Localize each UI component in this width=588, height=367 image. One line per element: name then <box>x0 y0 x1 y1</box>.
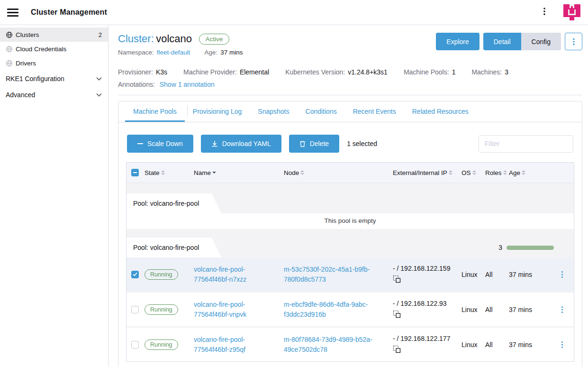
info-value: Elemental <box>240 68 269 76</box>
section-divider <box>118 95 582 95</box>
node-link[interactable]: m-ebcf9dfe-86d6-4dfa-9abc-f3ddc23d916b <box>284 300 379 319</box>
info-label: Machine Pools: <box>404 68 449 76</box>
info-label: Machines: <box>471 68 502 76</box>
chevron-down-icon <box>96 77 102 81</box>
hamburger-menu-icon[interactable] <box>7 7 18 18</box>
table-row: Running volcano-fire-pool-77564f46bf-z95… <box>127 328 574 361</box>
namespace-label: Namespace: <box>118 49 154 56</box>
config-button[interactable]: Config <box>521 33 561 50</box>
sort-icon <box>472 170 476 175</box>
sidebar-item-drivers[interactable]: Drivers <box>0 56 108 70</box>
sidebar: Clusters 2 Cloud Credentials Drivers RKE… <box>0 25 109 367</box>
machine-name-link[interactable]: volcano-fire-pool-77564f46bf-n7xzz <box>194 265 265 284</box>
header-kebab-icon[interactable] <box>539 7 550 18</box>
filter-input[interactable] <box>479 135 573 153</box>
status-badge: Running <box>145 339 178 350</box>
tab-snapshots[interactable]: Snapshots <box>250 101 297 122</box>
sort-icon <box>522 170 525 175</box>
app-title: Cluster Management <box>31 8 107 17</box>
namespace-link[interactable]: fleet-default <box>157 49 190 56</box>
table-header-row: State Name Node External/Internal IP OS … <box>127 163 574 183</box>
sort-icon <box>449 170 452 175</box>
info-value: 1 <box>452 68 456 76</box>
column-header-state[interactable]: State <box>145 169 190 176</box>
rancher-logo-icon <box>562 3 581 22</box>
detail-button[interactable]: Detail <box>483 33 521 50</box>
info-value: v1.24.8+k3s1 <box>348 68 388 76</box>
sidebar-item-cloud-credentials[interactable]: Cloud Credentials <box>0 42 108 56</box>
explore-button[interactable]: Explore <box>436 33 479 50</box>
sidebar-item-clusters[interactable]: Clusters 2 <box>0 28 108 42</box>
copy-icon[interactable] <box>393 275 401 283</box>
machines-table: State Name Node External/Internal IP OS … <box>126 162 574 362</box>
copy-icon[interactable] <box>393 345 401 353</box>
tab-related-resources[interactable]: Related Resources <box>404 101 477 122</box>
roles-value: All <box>485 341 509 349</box>
row-actions-kebab[interactable] <box>559 341 565 349</box>
info-label: Kubernetes Version: <box>285 68 345 76</box>
page-title: Cluster: volcano Active Namespace: fleet… <box>118 33 243 56</box>
machine-name-link[interactable]: volcano-fire-pool-77564f46bf-z95qf <box>194 335 265 354</box>
info-value: 3 <box>505 68 508 76</box>
row-checkbox[interactable] <box>131 341 139 349</box>
pool-group-header: Pool: volcano-fire-pool <box>127 193 574 213</box>
node-link[interactable]: m-53c7530f-202c-45a1-b9fb-780f0d8c5773 <box>284 265 379 284</box>
age-value: 37 mins <box>220 49 243 56</box>
row-actions-kebab[interactable] <box>559 306 565 313</box>
age-value: 37 mins <box>509 271 554 278</box>
tab-recent-events[interactable]: Recent Events <box>345 101 404 122</box>
status-badge-active: Active <box>199 34 230 45</box>
status-badge: Running <box>145 304 178 315</box>
info-label: Provisioner: <box>118 68 153 76</box>
annotations-label: Annotations: <box>118 81 155 88</box>
cluster-meta: Namespace: fleet-default Age: 37 mins <box>118 49 243 56</box>
sidebar-item-advanced[interactable]: Advanced <box>0 87 108 102</box>
info-value: K3s <box>156 68 167 76</box>
sort-icon <box>161 170 165 175</box>
column-header-age[interactable]: Age <box>509 169 550 176</box>
select-all-checkbox[interactable] <box>131 169 139 176</box>
detail-config-toggle: Detail Config <box>483 33 561 50</box>
delete-button[interactable]: Delete <box>289 135 339 153</box>
column-header-roles[interactable]: Roles <box>485 169 505 176</box>
tab-machine-pools[interactable]: Machine Pools <box>125 101 185 122</box>
column-header-os[interactable]: OS <box>461 169 481 176</box>
tab-provisioning-log[interactable]: Provisioning Log <box>185 101 250 122</box>
cluster-actions-kebab-button[interactable] <box>565 33 582 50</box>
show-annotation-link[interactable]: Show 1 annotation <box>160 81 215 88</box>
column-header-ip[interactable]: External/Internal IP <box>393 169 458 176</box>
ip-value: - / 192.168.122.177 <box>393 334 458 344</box>
row-checkbox[interactable] <box>131 306 139 313</box>
pool-group-label: Pool: volcano-fire-pool <box>127 193 221 213</box>
tab-conditions[interactable]: Conditions <box>298 101 345 122</box>
os-value: Linux <box>461 341 485 349</box>
top-header: Cluster Management <box>0 0 588 25</box>
clusters-count-badge: 2 <box>99 31 102 38</box>
os-value: Linux <box>461 271 485 278</box>
download-yaml-button[interactable]: Download YAML <box>201 135 281 153</box>
pool-group-label: Pool: volcano-fire-pool <box>127 238 221 257</box>
sidebar-item-rke1-configuration[interactable]: RKE1 Configuration <box>0 71 108 86</box>
roles-value: All <box>485 306 509 313</box>
globe-icon <box>6 46 13 53</box>
globe-icon <box>6 31 13 38</box>
node-link[interactable]: m-80f78684-73d9-4989-b52a-49ce7502dc78 <box>284 335 379 354</box>
trash-icon <box>299 140 306 147</box>
scale-down-button[interactable]: Scale Down <box>127 135 193 153</box>
cluster-name: volcano <box>156 33 192 45</box>
pool-machine-count: 3 <box>498 244 502 251</box>
row-actions-kebab[interactable] <box>559 271 565 278</box>
table-toolbar: Scale Down Download YAML Delete 1 select… <box>127 135 573 153</box>
column-header-name[interactable]: Name <box>194 169 280 176</box>
table-row: Running volcano-fire-pool-77564f46bf-n7x… <box>127 257 574 291</box>
pool-health-bar <box>507 246 554 250</box>
copy-icon[interactable] <box>393 310 401 318</box>
machine-name-link[interactable]: volcano-fire-pool-77564f46bf-vnpvk <box>194 300 265 319</box>
row-checkbox[interactable] <box>131 271 139 278</box>
ip-value: - / 192.168.122.159 <box>393 264 458 274</box>
column-header-node[interactable]: Node <box>284 169 389 176</box>
cluster-detail-card: Machine Pools Provisioning Log Snapshots… <box>118 101 582 367</box>
sidebar-item-label: Drivers <box>16 60 36 67</box>
globe-icon <box>6 60 13 67</box>
info-label: Machine Provider: <box>183 68 237 76</box>
